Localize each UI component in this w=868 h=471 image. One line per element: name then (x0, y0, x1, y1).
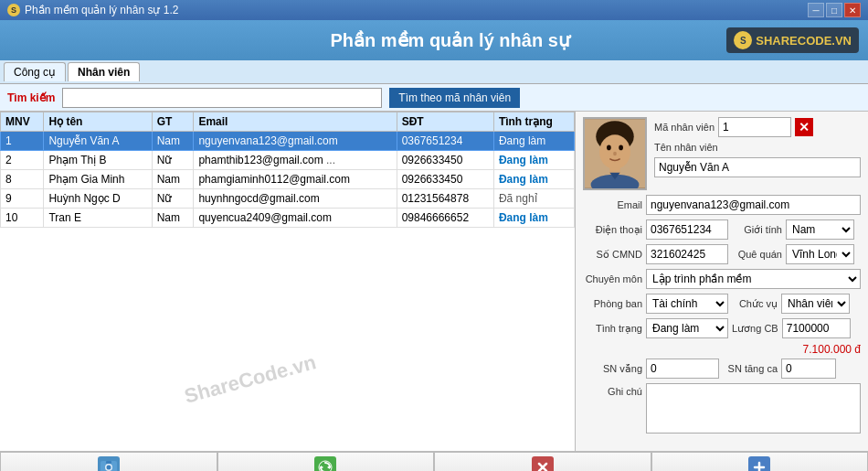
table-header-row: MNV Họ tên GT Email SĐT Tình trạng (1, 112, 575, 132)
que-quan-select[interactable]: Vĩnh Long (786, 244, 854, 264)
luong-text: 7.100.000 đ (803, 343, 861, 356)
id-row: Mã nhân viên ✕ (654, 117, 861, 137)
title-bar-text: Phần mềm quản lý nhân sự 1.2 (25, 4, 178, 16)
svg-rect-11 (106, 461, 111, 464)
title-bar-left: S Phần mềm quản lý nhân sự 1.2 (7, 4, 178, 16)
cell-hoten: Huỳnh Ngọc D (44, 189, 152, 209)
minimize-button[interactable]: ─ (808, 3, 824, 17)
app-header: Phần mềm quản lý nhân sự S SHARECODE.VN (0, 20, 868, 60)
email-input-container (646, 195, 861, 215)
cell-hoten: Phạm Gia Minh (44, 170, 152, 189)
cell-tinhtrang: Đang làm (493, 170, 574, 189)
cell-email: phamthib123@gmail.com ... (194, 151, 397, 170)
refresh-icon (317, 459, 333, 472)
search-label: Tìm kiếm (7, 91, 55, 104)
cell-email: huynhngocd@gmail.com (194, 189, 397, 209)
ten-nv-input[interactable] (654, 157, 861, 177)
cell-sdt: 09846666652 (397, 209, 493, 228)
phone-gender-row: Điện thoại Giới tính Nam Nữ (583, 219, 861, 240)
cell-tinhtrang: Đã nghỉ (493, 189, 574, 209)
tinhtrang-luong-row: Tình trạng Đang làm Đã nghỉ Lương CB (583, 318, 861, 338)
them-button[interactable]: Thêm (651, 452, 869, 471)
ghi-chu-label: Ghi chú (583, 386, 642, 397)
ten-nv-label: Tên nhân viên (654, 142, 718, 153)
cell-mnv: 1 (1, 132, 44, 151)
avatar (583, 117, 647, 190)
chuyen-mon-select[interactable]: Lập trình phần mềm (646, 269, 861, 289)
cell-sdt: 0926633450 (397, 170, 493, 189)
sn-tangca-label: SN tăng ca (723, 363, 778, 374)
table-row[interactable]: 9 Huỳnh Ngọc D Nữ huynhngocd@gmail.com 0… (1, 189, 575, 209)
search-input[interactable] (62, 88, 382, 108)
tab-cong-cu[interactable]: Công cụ (4, 62, 66, 81)
col-tinhtrang: Tình trạng (493, 112, 574, 132)
so-cmnd-label: Số CMND (583, 249, 642, 261)
doi-anh-icon (98, 456, 120, 472)
email-row: Email (583, 195, 861, 215)
tinh-trang-select[interactable]: Đang làm Đã nghỉ (646, 318, 728, 338)
cell-email: phamgiaminh0112@gmail.com (194, 170, 397, 189)
ma-nv-label: Mã nhân viên (654, 122, 715, 133)
dien-thoai-label: Điện thoại (583, 224, 642, 236)
avatar-svg (585, 117, 645, 190)
sn-tangca-input[interactable] (781, 359, 836, 379)
sn-vang-label: SN vắng (583, 363, 642, 375)
ghi-chu-input[interactable] (646, 383, 861, 434)
cap-nhat-button[interactable]: Cập nhật (217, 452, 435, 471)
cell-mnv: 2 (1, 151, 44, 170)
avatar-image (585, 119, 645, 188)
dots-indicator: ... (326, 154, 335, 166)
cmnd-quequan-row: Số CMND Quê quán Vĩnh Long (583, 244, 861, 264)
phongban-chucvu-row: Phòng ban Tài chính Chức vụ Nhân viên (583, 294, 861, 314)
logo-icon: S (734, 31, 752, 49)
chuyen-mon-label: Chuyên môn (583, 273, 642, 284)
cell-mnv: 8 (1, 170, 44, 189)
maximize-button[interactable]: □ (826, 3, 842, 17)
cell-sdt: 01231564878 (397, 189, 493, 209)
cell-mnv: 10 (1, 209, 44, 228)
email-input[interactable] (646, 195, 861, 215)
ten-nv-row: Tên nhân viên (654, 142, 861, 153)
table-row[interactable]: 8 Phạm Gia Minh Nam phamgiaminh0112@gmai… (1, 170, 575, 189)
chuc-vu-select[interactable]: Nhân viên (781, 294, 850, 314)
col-email: Email (194, 112, 397, 132)
doi-anh-button[interactable]: Đổi ảnh (0, 452, 217, 471)
search-button[interactable]: Tìm theo mã nhân viên (389, 88, 520, 108)
sn-vang-input[interactable] (646, 359, 719, 379)
employee-table-panel: MNV Họ tên GT Email SĐT Tình trạng 1 Ngu… (0, 112, 576, 451)
cell-tinhtrang: Đang làm (493, 151, 574, 170)
ghi-chu-row: Ghi chú (583, 383, 861, 434)
cell-email: quyencua2409@gmail.com (194, 209, 397, 228)
table-row[interactable]: 2 Phạm Thị B Nữ phamthib123@gmail.com ..… (1, 151, 575, 170)
ten-nv-input-row (654, 157, 861, 177)
them-icon (748, 456, 770, 472)
action-buttons: Đổi ảnh Cập nhật Xóa (0, 451, 868, 471)
xoa-button[interactable]: Xóa (434, 452, 651, 471)
luong-cb-input[interactable] (782, 318, 851, 338)
col-gt: GT (152, 112, 194, 132)
table-row[interactable]: 10 Tran E Nam quyencua2409@gmail.com 098… (1, 209, 575, 228)
cell-hoten: Nguyễn Văn A (44, 132, 152, 151)
svg-point-5 (613, 152, 617, 156)
cell-hoten: Phạm Thị B (44, 151, 152, 170)
title-bar-controls: ─ □ ✕ (808, 3, 861, 17)
gioi-tinh-select[interactable]: Nam Nữ (786, 219, 854, 240)
luong-cb-label: Lương CB (732, 323, 778, 335)
delete-icon (535, 459, 551, 472)
app-icon: S (7, 4, 20, 16)
email-label: Email (583, 199, 642, 210)
col-hoten: Họ tên (44, 112, 152, 132)
que-quan-label: Quê quán (732, 249, 782, 260)
close-button[interactable]: ✕ (844, 3, 861, 17)
toolbar: Tìm kiếm Tìm theo mã nhân viên (0, 84, 868, 112)
ma-nv-input[interactable] (718, 117, 791, 137)
phong-ban-label: Phòng ban (583, 298, 642, 309)
detail-top: Mã nhân viên ✕ Tên nhân viên (583, 117, 861, 190)
delete-id-button[interactable]: ✕ (795, 118, 813, 136)
so-cmnd-input[interactable] (646, 244, 728, 264)
tab-nhan-vien[interactable]: Nhân viên (68, 62, 140, 81)
phong-ban-select[interactable]: Tài chính (646, 294, 728, 314)
chuc-vu-label: Chức vụ (732, 298, 778, 310)
dien-thoai-input[interactable] (646, 219, 728, 240)
table-row[interactable]: 1 Nguyễn Văn A Nam nguyenvana123@gmail.c… (1, 132, 575, 151)
